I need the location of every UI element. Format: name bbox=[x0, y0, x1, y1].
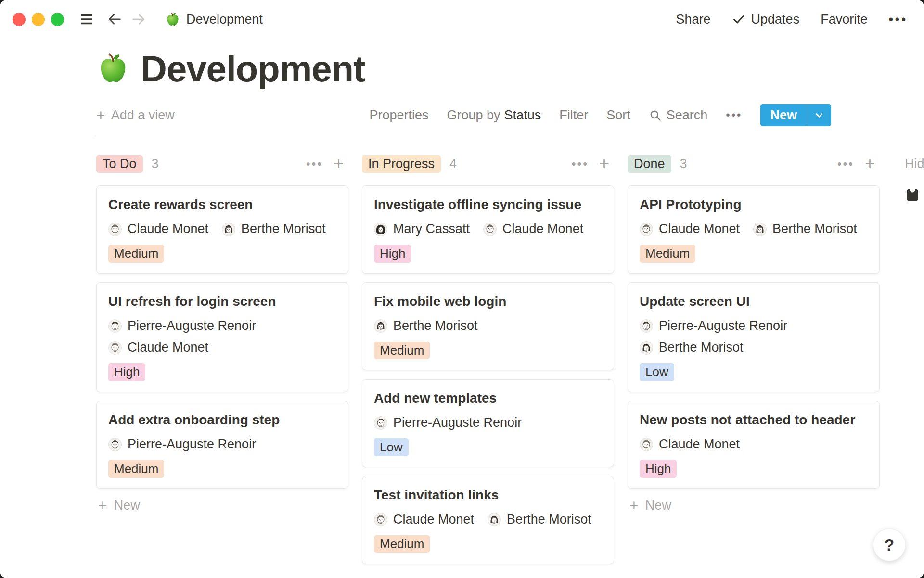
column-add-icon[interactable]: + bbox=[865, 155, 875, 172]
priority-badge: Medium bbox=[374, 535, 430, 553]
page-green-apple-icon[interactable] bbox=[96, 52, 130, 85]
column-count: 3 bbox=[680, 157, 687, 171]
board-card[interactable]: New posts not attached to header Claude … bbox=[628, 401, 880, 489]
add-view-button[interactable]: + Add a view bbox=[96, 107, 175, 123]
assignee-chip: Claude Monet bbox=[108, 222, 208, 236]
close-window-button[interactable] bbox=[13, 13, 26, 26]
avatar-cassatt bbox=[374, 223, 387, 236]
assignee-row: Pierre-Auguste Renoir bbox=[108, 437, 336, 452]
card-title: Add extra onboarding step bbox=[108, 412, 336, 428]
card-assignees: Pierre-Auguste Renoir bbox=[108, 437, 336, 452]
assignee-chip: Pierre-Auguste Renoir bbox=[108, 437, 256, 452]
avatar-monet bbox=[374, 513, 387, 526]
card-title: UI refresh for login screen bbox=[108, 293, 336, 310]
column-badge[interactable]: Done bbox=[628, 155, 671, 173]
assignee-name: Berthe Morisot bbox=[772, 222, 857, 236]
priority-badge: High bbox=[640, 460, 677, 478]
plus-icon: + bbox=[96, 107, 105, 123]
assignee-chip: Claude Monet bbox=[108, 340, 208, 355]
avatar-monet bbox=[640, 223, 653, 236]
assignee-row: Claude Monet Berthe Morisot bbox=[640, 222, 868, 236]
priority-badge: High bbox=[108, 363, 145, 381]
new-card-label: New bbox=[114, 498, 140, 513]
new-button-group: New bbox=[760, 104, 831, 126]
column-add-icon[interactable]: + bbox=[334, 155, 344, 172]
assignee-name: Berthe Morisot bbox=[507, 512, 591, 527]
group-by-button[interactable]: Group byStatus bbox=[447, 108, 541, 123]
column-more-icon[interactable]: ••• bbox=[837, 157, 854, 171]
assignee-name: Mary Cassatt bbox=[393, 222, 470, 236]
priority-badge: High bbox=[374, 245, 411, 263]
column-header: To Do 3 ••• + bbox=[96, 155, 348, 173]
titlebar: Development Share Updates Favorite ••• bbox=[0, 0, 924, 39]
assignee-name: Claude Monet bbox=[502, 222, 583, 236]
priority-badge: Medium bbox=[374, 342, 430, 359]
share-button[interactable]: Share bbox=[676, 12, 711, 27]
view-more-icon[interactable]: ••• bbox=[726, 108, 742, 122]
filter-button[interactable]: Filter bbox=[559, 108, 588, 123]
board-card[interactable]: API Prototyping Claude Monet Berthe Mori… bbox=[628, 185, 880, 274]
column-cards: Create rewards screen Claude Monet Berth… bbox=[96, 185, 348, 489]
board-card[interactable]: UI refresh for login screen Pierre-Augus… bbox=[96, 282, 348, 392]
board-card[interactable]: Create rewards screen Claude Monet Berth… bbox=[96, 185, 348, 274]
board-card[interactable]: Add new templates Pierre-Auguste Renoir … bbox=[362, 379, 614, 467]
zoom-window-button[interactable] bbox=[51, 13, 64, 26]
board-column: To Do 3 ••• + Create rewards screen Clau… bbox=[96, 155, 348, 564]
new-dropdown-button[interactable] bbox=[807, 104, 831, 126]
avatar-morisot bbox=[374, 319, 387, 333]
board-card[interactable]: Fix mobile web login Berthe Morisot Medi… bbox=[362, 282, 614, 370]
group-by-label: Group by bbox=[447, 108, 500, 122]
assignee-row: Pierre-Auguste Renoir bbox=[640, 318, 868, 333]
board-card[interactable]: Test invitation links Claude Monet Berth… bbox=[362, 476, 614, 564]
hidden-columns-label[interactable]: Hidden columns bbox=[905, 155, 924, 173]
new-button[interactable]: New bbox=[760, 104, 807, 126]
more-options-icon[interactable]: ••• bbox=[889, 12, 908, 27]
priority-badge: Medium bbox=[640, 245, 695, 263]
updates-button[interactable]: Updates bbox=[732, 12, 800, 27]
card-assignees: Pierre-Auguste Renoir Claude Monet bbox=[108, 318, 336, 355]
plus-icon: + bbox=[98, 498, 107, 513]
column-badge[interactable]: In Progress bbox=[362, 155, 441, 173]
avatar-monet bbox=[108, 341, 122, 355]
sidebar-menu-icon[interactable] bbox=[78, 11, 95, 27]
column-badge[interactable]: To Do bbox=[96, 155, 143, 173]
minimize-window-button[interactable] bbox=[32, 13, 45, 26]
column-more-icon[interactable]: ••• bbox=[306, 157, 323, 171]
search-button[interactable]: Search bbox=[649, 108, 708, 123]
hidden-group-no-status[interactable]: No Status bbox=[905, 187, 924, 203]
column-header-icons: ••• + bbox=[572, 155, 614, 172]
avatar-morisot bbox=[753, 223, 767, 236]
column-count: 4 bbox=[449, 157, 457, 171]
help-button[interactable]: ? bbox=[873, 528, 906, 561]
properties-button[interactable]: Properties bbox=[369, 108, 428, 123]
column-add-icon[interactable]: + bbox=[599, 155, 609, 172]
inbox-icon bbox=[905, 187, 920, 203]
app-window: Development Share Updates Favorite ••• D… bbox=[0, 0, 924, 578]
assignee-name: Pierre-Auguste Renoir bbox=[128, 318, 256, 333]
sort-button[interactable]: Sort bbox=[606, 108, 630, 123]
new-card-button[interactable]: + New bbox=[628, 496, 880, 515]
search-icon bbox=[649, 109, 662, 122]
assignee-row: Claude Monet bbox=[640, 437, 868, 452]
assignee-name: Berthe Morisot bbox=[241, 222, 326, 236]
new-card-button[interactable]: + New bbox=[96, 496, 348, 515]
assignee-chip: Pierre-Auguste Renoir bbox=[374, 415, 522, 430]
favorite-button[interactable]: Favorite bbox=[821, 12, 868, 27]
avatar-renoir bbox=[374, 416, 387, 430]
page-title[interactable]: Development bbox=[141, 48, 365, 90]
forward-arrow-icon[interactable] bbox=[130, 11, 147, 27]
avatar-morisot bbox=[488, 513, 501, 526]
column-more-icon[interactable]: ••• bbox=[572, 157, 589, 171]
board-card[interactable]: Investigate offline syncing issue Mary C… bbox=[362, 185, 614, 274]
card-title: Add new templates bbox=[374, 390, 602, 407]
card-title: Investigate offline syncing issue bbox=[374, 197, 602, 213]
board-card[interactable]: Update screen UI Pierre-Auguste Renoir B… bbox=[628, 282, 880, 392]
board-card[interactable]: Add extra onboarding step Pierre-Auguste… bbox=[96, 401, 348, 489]
card-title: Update screen UI bbox=[640, 293, 868, 310]
assignee-name: Pierre-Auguste Renoir bbox=[659, 318, 787, 333]
priority-badge: Medium bbox=[108, 460, 164, 478]
assignee-chip: Claude Monet bbox=[483, 222, 583, 236]
back-arrow-icon[interactable] bbox=[106, 11, 123, 27]
column-cards: API Prototyping Claude Monet Berthe Mori… bbox=[628, 185, 880, 489]
assignee-chip: Berthe Morisot bbox=[374, 318, 478, 333]
